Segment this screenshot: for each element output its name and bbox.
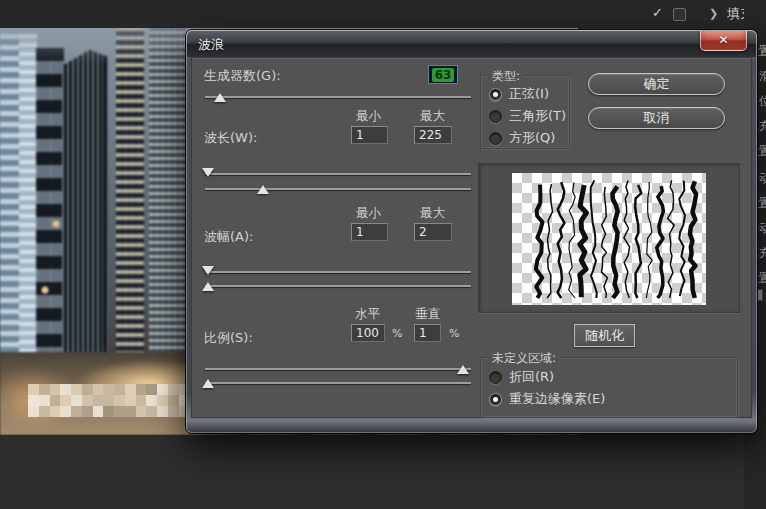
screen: ✓ ❯ 填充 设置 平滑 复位 填充 设置 移动 设置 移动 填充 设置 波浪 … xyxy=(0,0,766,509)
mosaic-watermark xyxy=(28,384,200,417)
amplitude-min-slider[interactable] xyxy=(205,271,471,273)
scale-horizontal-slider[interactable] xyxy=(205,368,471,370)
dialog-title: 波浪 xyxy=(198,36,224,54)
scale-vertical-thumb[interactable] xyxy=(202,379,214,388)
generators-slider-thumb[interactable] xyxy=(214,93,226,102)
ok-button[interactable]: 确定 xyxy=(588,73,725,95)
wavelength-min-slider[interactable] xyxy=(205,173,471,175)
commit-check-icon[interactable]: ✓ xyxy=(652,5,663,20)
amplitude-max-slider[interactable] xyxy=(205,285,471,287)
cancel-button[interactable]: 取消 xyxy=(588,107,725,129)
radio-wrap-around-label: 折回(R) xyxy=(509,368,554,386)
wave-dialog: 波浪 ✕ 生成器数(G): 63 最小 最大 波长(W): 最小 xyxy=(186,30,757,433)
amplitude-max-label: 最大 xyxy=(420,205,445,222)
radio-wrap-around-control[interactable] xyxy=(489,371,502,384)
transparency-checkerboard xyxy=(512,173,706,305)
amplitude-min-label: 最小 xyxy=(356,205,381,222)
scale-vertical-percent: % xyxy=(449,327,459,340)
generators-value-field[interactable]: 63 xyxy=(428,65,458,84)
scale-vertical-input[interactable] xyxy=(414,324,441,342)
radio-triangle[interactable]: 三角形(T) xyxy=(481,105,569,127)
generators-value: 63 xyxy=(432,68,455,82)
square-toggle-icon[interactable] xyxy=(673,8,686,21)
amplitude-max-thumb[interactable] xyxy=(202,282,214,291)
wavelength-min-thumb[interactable] xyxy=(202,168,214,177)
radio-repeat-edge-control[interactable] xyxy=(489,393,502,406)
close-button[interactable]: ✕ xyxy=(700,31,747,51)
scale-label: 比例(S): xyxy=(204,329,253,347)
amplitude-min-thumb[interactable] xyxy=(202,266,214,275)
radio-sine-control[interactable] xyxy=(489,88,502,101)
radio-triangle-label: 三角形(T) xyxy=(509,107,566,125)
undefined-areas-legend: 未定义区域: xyxy=(488,350,560,367)
scale-horizontal-thumb[interactable] xyxy=(457,365,469,374)
type-group-legend: 类型: xyxy=(488,68,524,85)
radio-square[interactable]: 方形(Q) xyxy=(481,127,569,149)
type-group: 类型: 正弦(I) 三角形(T) 方形(Q) xyxy=(480,75,570,149)
undefined-areas-group: 未定义区域: 折回(R) 重复边缘像素(E) xyxy=(480,357,738,418)
wavelength-max-thumb[interactable] xyxy=(257,185,269,194)
scale-horizontal-input[interactable] xyxy=(351,324,385,342)
radio-square-control[interactable] xyxy=(489,132,502,145)
generators-label: 生成器数(G): xyxy=(204,67,281,85)
wavelength-min-label: 最小 xyxy=(356,108,381,125)
top-options-bar: ✓ ❯ 填充 xyxy=(0,0,766,28)
amplitude-max-input[interactable] xyxy=(414,223,452,241)
radio-square-label: 方形(Q) xyxy=(509,129,555,147)
amplitude-label: 波幅(A): xyxy=(204,228,253,246)
wavelength-label: 波长(W): xyxy=(204,129,257,147)
dialog-titlebar[interactable]: 波浪 ✕ xyxy=(187,31,756,57)
scale-vertical-label: 垂直 xyxy=(415,306,440,323)
radio-repeat-edge-label: 重复边缘像素(E) xyxy=(509,390,605,408)
radio-repeat-edge[interactable]: 重复边缘像素(E) xyxy=(481,388,737,410)
wavelength-max-input[interactable] xyxy=(414,126,452,144)
scale-horizontal-label: 水平 xyxy=(355,306,380,323)
scale-vertical-slider[interactable] xyxy=(205,382,471,384)
radio-sine[interactable]: 正弦(I) xyxy=(481,83,569,105)
randomize-button[interactable]: 随机化 xyxy=(574,324,635,347)
wave-pattern xyxy=(534,177,704,301)
radio-wrap-around[interactable]: 折回(R) xyxy=(481,366,737,388)
wavelength-min-input[interactable] xyxy=(351,126,388,144)
amplitude-min-input[interactable] xyxy=(351,223,388,241)
chevron-right-icon[interactable]: ❯ xyxy=(709,7,718,20)
wavelength-max-slider[interactable] xyxy=(205,188,471,190)
dialog-body: 生成器数(G): 63 最小 最大 波长(W): 最小 最大 波幅(A): xyxy=(191,57,752,418)
wave-preview-panel xyxy=(478,163,740,313)
scale-horizontal-percent: % xyxy=(392,327,402,340)
generators-slider[interactable] xyxy=(205,96,471,98)
radio-sine-label: 正弦(I) xyxy=(509,85,549,103)
radio-triangle-control[interactable] xyxy=(489,110,502,123)
wavelength-max-label: 最大 xyxy=(420,108,445,125)
